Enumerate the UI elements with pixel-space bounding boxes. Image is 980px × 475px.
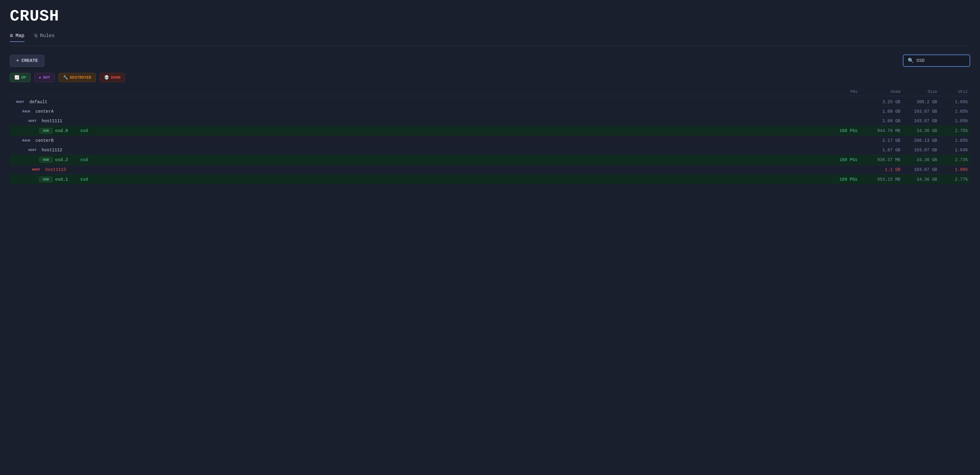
cell-util: 1.04% xyxy=(940,148,970,153)
cell-size: 206.13 GB xyxy=(903,138,940,143)
device-label: ssd xyxy=(80,128,88,133)
cell-size: 34.36 GB xyxy=(903,177,940,182)
node-type: OSD xyxy=(39,157,52,163)
node-type: HOST xyxy=(29,167,43,172)
toolbar: + CREATE 🔍 xyxy=(10,54,970,67)
cell-size: 34.36 GB xyxy=(903,157,940,162)
tab-map[interactable]: ≡ Map xyxy=(10,33,24,42)
table-row[interactable]: OSD osd.1 ssd 160 PGs 953.15 MB 34.36 GB… xyxy=(10,175,970,185)
table-header: PGs Used Size Util xyxy=(10,87,970,96)
cell-size: 309.2 GB xyxy=(903,100,940,105)
page-title: CRUSH xyxy=(10,7,970,25)
destroyed-label: DESTROYED xyxy=(70,75,91,80)
tab-rules-label: Rules xyxy=(40,33,54,38)
out-icon: ◈ xyxy=(39,75,41,80)
node-info: ROOT default xyxy=(10,100,823,105)
create-plus-icon: + xyxy=(16,58,19,64)
col-size: Size xyxy=(903,89,940,94)
search-box: 🔍 xyxy=(903,54,970,67)
device-label: ssd xyxy=(80,177,88,182)
cell-pgs: 160 PGs xyxy=(823,177,860,182)
filter-out[interactable]: ◈ OUT xyxy=(34,73,55,82)
cell-used: 1.1 GB xyxy=(860,167,903,172)
rules-icon: ½ xyxy=(34,33,38,39)
cell-size: 103.07 GB xyxy=(903,167,940,172)
cell-used: 1.08 GB xyxy=(860,119,903,124)
cell-used: 3.25 GB xyxy=(860,100,903,105)
node-info: RACK centerA xyxy=(10,109,823,114)
map-icon: ≡ xyxy=(10,33,13,39)
cell-util: 1.06% xyxy=(940,167,970,172)
node-name: host1112 xyxy=(41,148,62,153)
col-util: Util xyxy=(940,89,970,94)
table-row[interactable]: HOST host1111 1.08 GB 103.07 GB 1.05% xyxy=(10,116,970,126)
node-info: OSD osd.0 ssd xyxy=(10,128,823,133)
create-button[interactable]: + CREATE xyxy=(10,55,45,67)
search-input[interactable] xyxy=(916,58,965,64)
search-icon: 🔍 xyxy=(908,57,914,64)
cell-size: 34.36 GB xyxy=(903,128,940,133)
node-type: OSD xyxy=(39,128,52,133)
tab-rules[interactable]: ½ Rules xyxy=(34,33,55,42)
table-row[interactable]: RACK centerA 1.08 GB 103.07 GB 1.05% xyxy=(10,107,970,116)
create-label: CREATE xyxy=(21,58,38,64)
cell-used: 1.07 GB xyxy=(860,148,903,153)
node-info: OSD osd.1 ssd xyxy=(10,177,823,182)
tabs-bar: ≡ Map ½ Rules xyxy=(10,33,970,46)
col-pgs: PGs xyxy=(823,89,860,94)
node-info: HOST host1113 xyxy=(10,167,823,172)
node-type: HOST xyxy=(26,119,39,124)
cell-used: 2.17 GB xyxy=(860,138,903,143)
cell-used: 936.37 MB xyxy=(860,157,903,162)
up-label: UP xyxy=(21,75,26,80)
node-name: osd.0 xyxy=(55,128,68,133)
table-row[interactable]: OSD osd.2 ssd 160 PGs 936.37 MB 34.36 GB… xyxy=(10,155,970,165)
node-type: OSD xyxy=(39,177,52,182)
node-name: osd.1 xyxy=(55,177,68,182)
cell-pgs: 160 PGs xyxy=(823,128,860,133)
down-label: DOWN xyxy=(111,75,120,80)
up-icon: 📈 xyxy=(14,75,19,80)
filter-destroyed[interactable]: 🔧 DESTROYED xyxy=(59,73,96,82)
node-name: centerA xyxy=(35,109,54,114)
cell-used: 953.15 MB xyxy=(860,177,903,182)
cell-size: 103.07 GB xyxy=(903,148,940,153)
down-icon: 💀 xyxy=(104,75,109,80)
node-info: OSD osd.2 ssd xyxy=(10,157,823,163)
cell-util: 1.05% xyxy=(940,109,970,114)
node-type: RACK xyxy=(20,109,33,114)
node-info: RACK centerB xyxy=(10,138,823,143)
table-row[interactable]: ROOT default 3.25 GB 309.2 GB 1.05% xyxy=(10,97,970,107)
destroyed-icon: 🔧 xyxy=(63,75,68,80)
status-filters: 📈 UP ◈ OUT 🔧 DESTROYED 💀 DOWN xyxy=(10,73,970,82)
cell-size: 103.07 GB xyxy=(903,109,940,114)
node-name: host1111 xyxy=(41,119,62,124)
cell-util: 2.73% xyxy=(940,157,970,162)
node-info: HOST host1112 xyxy=(10,148,823,153)
table-row[interactable]: OSD osd.0 ssd 160 PGs 944.76 MB 34.36 GB… xyxy=(10,126,970,136)
table-row[interactable]: HOST host1112 1.07 GB 103.07 GB 1.04% xyxy=(10,146,970,155)
device-label: ssd xyxy=(80,157,88,162)
cell-util: 1.05% xyxy=(940,100,970,105)
cell-used: 944.76 MB xyxy=(860,128,903,133)
node-type: ROOT xyxy=(13,100,27,105)
node-type: RACK xyxy=(20,138,33,143)
table-row[interactable]: HOST host1113 1.1 GB 103.07 GB 1.06% xyxy=(10,165,970,175)
node-name: centerB xyxy=(35,138,54,143)
cell-util: 1.05% xyxy=(940,138,970,143)
cell-size: 103.07 GB xyxy=(903,119,940,124)
node-name: host1113 xyxy=(45,167,66,172)
tab-map-label: Map xyxy=(16,33,24,38)
table-row[interactable]: RACK centerB 2.17 GB 206.13 GB 1.05% xyxy=(10,136,970,146)
cell-util: 1.05% xyxy=(940,119,970,124)
node-type: HOST xyxy=(26,148,39,153)
node-info: HOST host1111 xyxy=(10,119,823,124)
table-body: ROOT default 3.25 GB 309.2 GB 1.05% RACK… xyxy=(10,97,970,185)
out-label: OUT xyxy=(43,75,50,80)
filter-down[interactable]: 💀 DOWN xyxy=(100,73,125,82)
col-used: Used xyxy=(860,89,903,94)
filter-up[interactable]: 📈 UP xyxy=(10,73,30,82)
node-name: osd.2 xyxy=(55,157,68,162)
col-name xyxy=(10,89,823,94)
cell-util: 2.77% xyxy=(940,177,970,182)
